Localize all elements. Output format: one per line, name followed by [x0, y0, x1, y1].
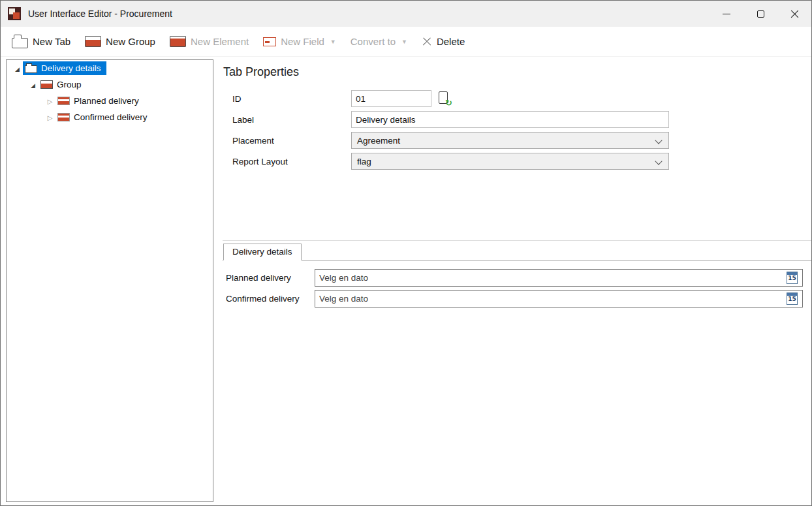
window-body: Delivery details Group Planned delivery: [1, 57, 811, 505]
convert-to-button[interactable]: Convert to ▼: [345, 32, 413, 51]
titlebar: User Interface Editor - Procurement: [1, 1, 811, 27]
planned-delivery-date-input[interactable]: [315, 270, 785, 286]
id-input[interactable]: [351, 90, 431, 107]
new-tab-button[interactable]: New Tab: [6, 31, 76, 52]
maximize-icon: [757, 10, 764, 18]
label-row: Label: [232, 111, 811, 128]
tree-item-delivery-details[interactable]: Delivery details: [7, 60, 213, 76]
new-group-button[interactable]: New Group: [79, 32, 161, 51]
label-label: Label: [232, 115, 351, 125]
new-tab-icon: [12, 38, 28, 48]
new-field-button[interactable]: New Field ▼: [257, 32, 342, 51]
app-icon: [8, 7, 21, 20]
group-icon: [40, 80, 53, 89]
copy-page-icon: [439, 91, 448, 104]
report-layout-label: Report Layout: [232, 157, 351, 166]
tree-selection[interactable]: Confirmed delivery: [55, 110, 153, 124]
placement-label: Placement: [232, 136, 351, 146]
calendar-icon: 15: [787, 272, 798, 284]
tree-item-label: Planned delivery: [74, 96, 139, 106]
window-controls: [710, 1, 811, 27]
maximize-button[interactable]: [743, 1, 777, 27]
tab-icon: [25, 65, 37, 73]
expander-collapsed-icon[interactable]: [46, 97, 54, 106]
expander-expanded-icon[interactable]: [13, 64, 22, 73]
tab-label: Delivery details: [232, 247, 292, 257]
confirmed-delivery-date-field: 15: [315, 290, 803, 308]
confirmed-delivery-label: Confirmed delivery: [226, 294, 315, 304]
tab-properties-section: Tab Properties ID Label Placement: [223, 59, 811, 240]
tree-item-label: Delivery details: [41, 63, 101, 73]
planned-delivery-date-picker-button[interactable]: 15: [785, 271, 800, 285]
placement-select[interactable]: Agreement: [351, 132, 669, 149]
minimize-button[interactable]: [710, 1, 743, 27]
properties-form: ID Label Placement Agreement: [223, 90, 811, 170]
minimize-icon: [723, 14, 730, 14]
main-panel: Tab Properties ID Label Placement: [213, 59, 811, 502]
window-title: User Interface Editor - Procurement: [28, 8, 172, 19]
tree-item-label: Group: [57, 80, 82, 89]
tree-item-planned-delivery[interactable]: Planned delivery: [7, 93, 213, 109]
new-group-icon: [85, 36, 101, 47]
section-title: Tab Properties: [223, 65, 811, 79]
tree-selection[interactable]: Group: [39, 78, 87, 91]
placement-row: Placement Agreement: [232, 132, 811, 149]
app-window: User Interface Editor - Procurement New …: [0, 0, 812, 506]
delete-x-icon: [422, 37, 432, 47]
calendar-icon: 15: [787, 293, 798, 305]
tree-item-group[interactable]: Group: [7, 76, 213, 93]
tree-item-confirmed-delivery[interactable]: Confirmed delivery: [7, 109, 213, 125]
id-row: ID: [232, 90, 811, 107]
confirmed-delivery-date-picker-button[interactable]: 15: [785, 292, 800, 306]
planned-delivery-row: Planned delivery 15: [226, 269, 803, 287]
close-icon: [790, 10, 799, 18]
id-label: ID: [232, 94, 351, 104]
delete-button[interactable]: Delete: [416, 32, 471, 51]
placement-value: Agreement: [357, 136, 400, 146]
chevron-down-icon: ▼: [401, 39, 407, 45]
tree-item-label: Confirmed delivery: [74, 112, 148, 122]
planned-delivery-date-field: 15: [315, 269, 803, 287]
new-element-button[interactable]: New Element: [164, 32, 255, 51]
field-icon: [57, 97, 70, 105]
tree-selection[interactable]: Planned delivery: [55, 94, 144, 108]
expander-expanded-icon[interactable]: [29, 80, 37, 89]
tree-selection[interactable]: Delivery details: [23, 61, 106, 75]
report-layout-select[interactable]: flag: [351, 153, 669, 170]
preview-form: Planned delivery 15 Confirmed delivery: [223, 269, 811, 308]
new-field-icon: [263, 37, 276, 46]
preview-tabstrip: Delivery details: [223, 244, 811, 261]
expander-collapsed-icon[interactable]: [46, 113, 54, 122]
structure-tree: Delivery details Group Planned delivery: [6, 59, 213, 502]
label-input[interactable]: [351, 111, 669, 128]
report-layout-value: flag: [357, 157, 371, 166]
toolbar: New Tab New Group New Element New Field …: [1, 27, 811, 57]
tab-delivery-details[interactable]: Delivery details: [223, 244, 302, 261]
confirmed-delivery-row: Confirmed delivery 15: [226, 290, 803, 308]
planned-delivery-label: Planned delivery: [226, 273, 315, 283]
close-button[interactable]: [777, 1, 811, 27]
confirmed-delivery-date-input[interactable]: [315, 291, 785, 307]
field-icon: [57, 113, 70, 121]
preview-section: Delivery details Planned delivery 15: [223, 240, 811, 502]
chevron-down-icon: ▼: [330, 39, 336, 45]
new-element-icon: [170, 36, 186, 47]
generate-id-button[interactable]: [436, 90, 453, 107]
report-layout-row: Report Layout flag: [232, 153, 811, 170]
